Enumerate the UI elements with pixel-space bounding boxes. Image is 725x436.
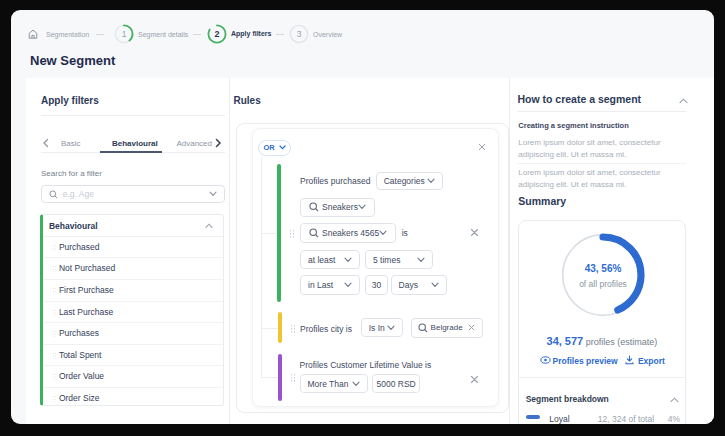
svg-text:2: 2 [214, 29, 219, 39]
svg-text:3: 3 [297, 29, 302, 39]
svg-text:1: 1 [122, 29, 127, 39]
